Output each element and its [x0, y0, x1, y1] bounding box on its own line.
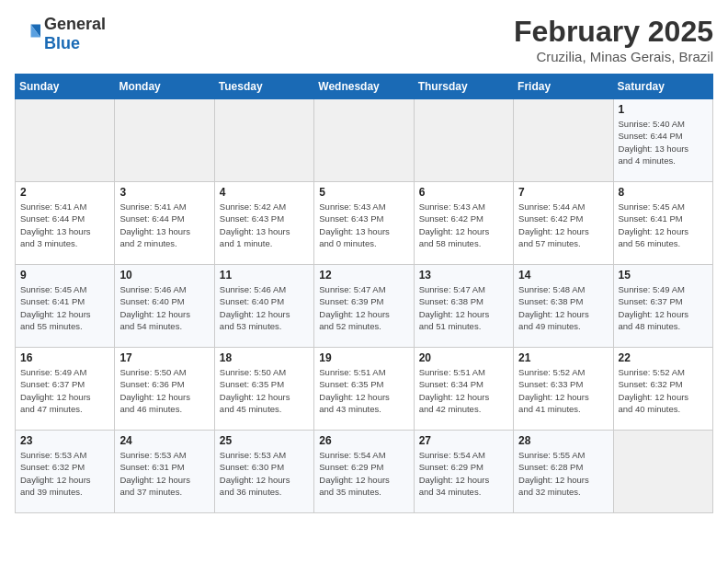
- calendar-cell: 22Sunrise: 5:52 AM Sunset: 6:32 PM Dayli…: [613, 348, 712, 431]
- day-info: Sunrise: 5:49 AM Sunset: 6:37 PM Dayligh…: [619, 283, 708, 332]
- weekday-header: Wednesday: [314, 75, 414, 99]
- day-number: 20: [419, 351, 508, 364]
- day-number: 19: [319, 351, 408, 364]
- day-info: Sunrise: 5:54 AM Sunset: 6:29 PM Dayligh…: [419, 449, 508, 498]
- calendar-cell: 3Sunrise: 5:41 AM Sunset: 6:44 PM Daylig…: [115, 182, 214, 265]
- logo: General Blue: [15, 15, 106, 53]
- day-info: Sunrise: 5:52 AM Sunset: 6:33 PM Dayligh…: [518, 366, 608, 415]
- calendar-week-row: 23Sunrise: 5:53 AM Sunset: 6:32 PM Dayli…: [16, 431, 713, 513]
- calendar-week-row: 2Sunrise: 5:41 AM Sunset: 6:44 PM Daylig…: [16, 182, 713, 265]
- day-info: Sunrise: 5:46 AM Sunset: 6:40 PM Dayligh…: [220, 283, 309, 332]
- calendar-cell: 6Sunrise: 5:43 AM Sunset: 6:42 PM Daylig…: [414, 182, 513, 265]
- day-info: Sunrise: 5:45 AM Sunset: 6:41 PM Dayligh…: [20, 283, 109, 332]
- day-number: 21: [518, 351, 608, 364]
- calendar-cell: 17Sunrise: 5:50 AM Sunset: 6:36 PM Dayli…: [115, 348, 214, 431]
- calendar-cell: 14Sunrise: 5:48 AM Sunset: 6:38 PM Dayli…: [514, 265, 613, 348]
- day-number: 1: [619, 103, 708, 116]
- day-number: 15: [619, 269, 708, 282]
- calendar-cell: 11Sunrise: 5:46 AM Sunset: 6:40 PM Dayli…: [214, 265, 313, 348]
- calendar-cell: 26Sunrise: 5:54 AM Sunset: 6:29 PM Dayli…: [314, 431, 414, 513]
- day-info: Sunrise: 5:52 AM Sunset: 6:32 PM Dayligh…: [619, 366, 708, 415]
- day-info: Sunrise: 5:47 AM Sunset: 6:38 PM Dayligh…: [419, 283, 508, 332]
- day-number: 2: [20, 186, 109, 199]
- day-info: Sunrise: 5:54 AM Sunset: 6:29 PM Dayligh…: [319, 449, 408, 498]
- calendar-table: SundayMondayTuesdayWednesdayThursdayFrid…: [15, 74, 713, 513]
- day-info: Sunrise: 5:44 AM Sunset: 6:42 PM Dayligh…: [518, 201, 608, 249]
- calendar-cell: [16, 99, 115, 182]
- day-number: 10: [119, 269, 209, 282]
- calendar-week-row: 9Sunrise: 5:45 AM Sunset: 6:41 PM Daylig…: [16, 265, 713, 348]
- day-number: 25: [220, 434, 309, 447]
- calendar-cell: 20Sunrise: 5:51 AM Sunset: 6:34 PM Dayli…: [414, 348, 513, 431]
- calendar-cell: 7Sunrise: 5:44 AM Sunset: 6:42 PM Daylig…: [514, 182, 613, 265]
- calendar-cell: 5Sunrise: 5:43 AM Sunset: 6:43 PM Daylig…: [314, 182, 414, 265]
- calendar-cell: 24Sunrise: 5:53 AM Sunset: 6:31 PM Dayli…: [115, 431, 214, 513]
- day-number: 13: [419, 269, 508, 282]
- weekday-header: Saturday: [613, 75, 712, 99]
- calendar-cell: [314, 99, 414, 182]
- logo-general: General: [44, 15, 106, 33]
- day-info: Sunrise: 5:55 AM Sunset: 6:28 PM Dayligh…: [518, 449, 608, 498]
- day-number: 17: [119, 351, 209, 364]
- logo-icon: [15, 21, 40, 47]
- calendar-cell: 21Sunrise: 5:52 AM Sunset: 6:33 PM Dayli…: [514, 348, 613, 431]
- day-info: Sunrise: 5:51 AM Sunset: 6:35 PM Dayligh…: [319, 366, 408, 415]
- day-number: 26: [319, 434, 408, 447]
- day-number: 3: [119, 186, 209, 199]
- day-number: 28: [518, 434, 608, 447]
- day-number: 22: [619, 351, 708, 364]
- day-number: 23: [20, 434, 109, 447]
- day-number: 6: [419, 186, 508, 199]
- weekday-header: Monday: [115, 75, 214, 99]
- calendar-cell: 15Sunrise: 5:49 AM Sunset: 6:37 PM Dayli…: [613, 265, 712, 348]
- day-info: Sunrise: 5:49 AM Sunset: 6:37 PM Dayligh…: [20, 366, 109, 415]
- day-number: 9: [20, 269, 109, 282]
- calendar-cell: 27Sunrise: 5:54 AM Sunset: 6:29 PM Dayli…: [414, 431, 513, 513]
- weekday-header: Thursday: [414, 75, 513, 99]
- day-info: Sunrise: 5:40 AM Sunset: 6:44 PM Dayligh…: [619, 118, 708, 167]
- day-number: 11: [220, 269, 309, 282]
- day-number: 18: [220, 351, 309, 364]
- calendar-cell: [115, 99, 214, 182]
- day-info: Sunrise: 5:48 AM Sunset: 6:38 PM Dayligh…: [518, 283, 608, 332]
- day-number: 24: [119, 434, 209, 447]
- calendar-week-row: 1Sunrise: 5:40 AM Sunset: 6:44 PM Daylig…: [16, 99, 713, 182]
- day-number: 8: [619, 186, 708, 199]
- calendar-cell: 1Sunrise: 5:40 AM Sunset: 6:44 PM Daylig…: [613, 99, 712, 182]
- weekday-header: Sunday: [16, 75, 115, 99]
- calendar-cell: 13Sunrise: 5:47 AM Sunset: 6:38 PM Dayli…: [414, 265, 513, 348]
- calendar-cell: 18Sunrise: 5:50 AM Sunset: 6:35 PM Dayli…: [214, 348, 313, 431]
- day-info: Sunrise: 5:47 AM Sunset: 6:39 PM Dayligh…: [319, 283, 408, 332]
- month-title: February 2025: [514, 15, 713, 49]
- calendar-cell: 23Sunrise: 5:53 AM Sunset: 6:32 PM Dayli…: [16, 431, 115, 513]
- day-info: Sunrise: 5:53 AM Sunset: 6:30 PM Dayligh…: [220, 449, 309, 498]
- day-info: Sunrise: 5:43 AM Sunset: 6:42 PM Dayligh…: [419, 201, 508, 249]
- calendar-cell: 10Sunrise: 5:46 AM Sunset: 6:40 PM Dayli…: [115, 265, 214, 348]
- calendar-cell: 16Sunrise: 5:49 AM Sunset: 6:37 PM Dayli…: [16, 348, 115, 431]
- calendar-cell: [214, 99, 313, 182]
- location: Cruzilia, Minas Gerais, Brazil: [514, 49, 713, 64]
- calendar-cell: 8Sunrise: 5:45 AM Sunset: 6:41 PM Daylig…: [613, 182, 712, 265]
- weekday-header-row: SundayMondayTuesdayWednesdayThursdayFrid…: [16, 75, 713, 99]
- day-info: Sunrise: 5:50 AM Sunset: 6:36 PM Dayligh…: [119, 366, 209, 415]
- calendar-cell: [514, 99, 613, 182]
- day-number: 14: [518, 269, 608, 282]
- day-info: Sunrise: 5:43 AM Sunset: 6:43 PM Dayligh…: [319, 201, 408, 249]
- calendar-cell: 12Sunrise: 5:47 AM Sunset: 6:39 PM Dayli…: [314, 265, 414, 348]
- day-number: 12: [319, 269, 408, 282]
- calendar-cell: 25Sunrise: 5:53 AM Sunset: 6:30 PM Dayli…: [214, 431, 313, 513]
- day-number: 16: [20, 351, 109, 364]
- calendar-week-row: 16Sunrise: 5:49 AM Sunset: 6:37 PM Dayli…: [16, 348, 713, 431]
- day-info: Sunrise: 5:53 AM Sunset: 6:32 PM Dayligh…: [20, 449, 109, 498]
- logo-blue: Blue: [44, 34, 80, 52]
- day-number: 27: [419, 434, 508, 447]
- calendar-cell: 19Sunrise: 5:51 AM Sunset: 6:35 PM Dayli…: [314, 348, 414, 431]
- calendar-cell: 9Sunrise: 5:45 AM Sunset: 6:41 PM Daylig…: [16, 265, 115, 348]
- title-area: February 2025 Cruzilia, Minas Gerais, Br…: [514, 15, 713, 64]
- weekday-header: Tuesday: [214, 75, 313, 99]
- day-info: Sunrise: 5:45 AM Sunset: 6:41 PM Dayligh…: [619, 201, 708, 249]
- day-info: Sunrise: 5:46 AM Sunset: 6:40 PM Dayligh…: [119, 283, 209, 332]
- day-number: 5: [319, 186, 408, 199]
- day-info: Sunrise: 5:42 AM Sunset: 6:43 PM Dayligh…: [220, 201, 309, 249]
- day-number: 4: [220, 186, 309, 199]
